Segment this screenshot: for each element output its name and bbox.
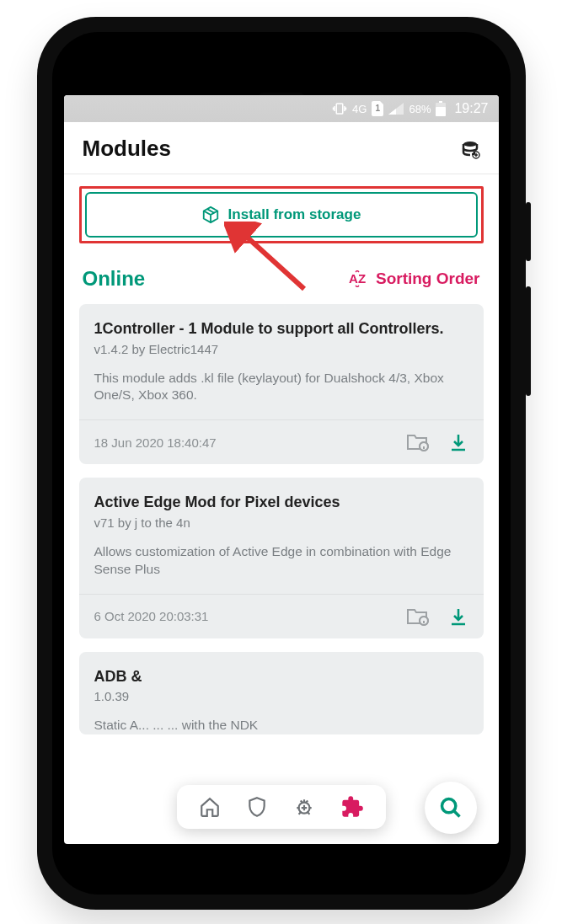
highlight-annotation: Install from storage <box>79 186 484 243</box>
page-title: Modules <box>83 136 171 162</box>
module-date: 18 Jun 2020 18:40:47 <box>94 435 217 450</box>
svg-rect-0 <box>336 104 343 114</box>
puzzle-icon[interactable] <box>340 795 364 819</box>
info-folder-icon[interactable] <box>406 606 430 627</box>
install-button-label: Install from storage <box>228 206 361 223</box>
bottom-nav <box>177 785 386 829</box>
module-date: 6 Oct 2020 20:03:31 <box>94 609 209 623</box>
home-icon[interactable] <box>199 796 221 818</box>
sort-label: Sorting Order <box>376 270 480 288</box>
download-icon[interactable] <box>448 432 468 452</box>
module-meta: v1.4.2 by Electric1447 <box>94 342 468 356</box>
signal-icon <box>388 103 404 115</box>
search-icon <box>439 796 463 820</box>
svg-point-14 <box>442 799 455 813</box>
vibrate-icon <box>332 101 347 116</box>
module-card[interactable]: 1Controller - 1 Module to support all Co… <box>79 304 484 464</box>
svg-text:Z: Z <box>358 271 366 286</box>
package-icon <box>201 206 220 224</box>
svg-text:A: A <box>349 271 358 286</box>
module-card[interactable]: Active Edge Mod for Pixel devices v71 by… <box>79 478 484 638</box>
module-title: ADB & <box>94 667 468 686</box>
module-title: 1Controller - 1 Module to support all Co… <box>94 319 468 339</box>
module-meta: v71 by j to the 4n <box>94 515 468 530</box>
search-fab[interactable] <box>425 782 477 834</box>
svg-rect-3 <box>439 101 442 103</box>
app-header: Modules <box>64 122 499 174</box>
info-folder-icon[interactable] <box>406 432 430 452</box>
module-desc: Allows customization of Active Edge in c… <box>94 543 468 579</box>
download-icon[interactable] <box>448 606 468 627</box>
module-desc: Static A... ... ... with the NDK <box>94 717 468 734</box>
repo-icon[interactable] <box>460 139 480 159</box>
svg-point-4 <box>463 142 477 147</box>
module-meta: 1.0.39 <box>94 689 468 703</box>
bug-icon[interactable] <box>293 796 315 818</box>
module-desc: This module adds .kl file (keylayout) fo… <box>94 370 468 405</box>
module-title: Active Edge Mod for Pixel devices <box>94 493 468 512</box>
online-tab[interactable]: Online <box>83 267 146 291</box>
network-label: 4G <box>352 103 367 115</box>
sorting-order-button[interactable]: AZ Sorting Order <box>349 270 480 288</box>
install-from-storage-button[interactable]: Install from storage <box>85 192 478 238</box>
shield-icon[interactable] <box>246 796 268 818</box>
clock: 19:27 <box>454 101 488 116</box>
module-card[interactable]: ADB & 1.0.39 Static A... ... ... with th… <box>79 652 484 734</box>
status-bar: 4G 1 68% 19:27 <box>64 95 499 122</box>
sim-icon: 1 <box>372 101 383 116</box>
svg-rect-2 <box>436 107 446 116</box>
sort-az-icon: AZ <box>349 270 369 287</box>
battery-icon <box>436 101 446 116</box>
battery-pct: 68% <box>409 103 431 115</box>
